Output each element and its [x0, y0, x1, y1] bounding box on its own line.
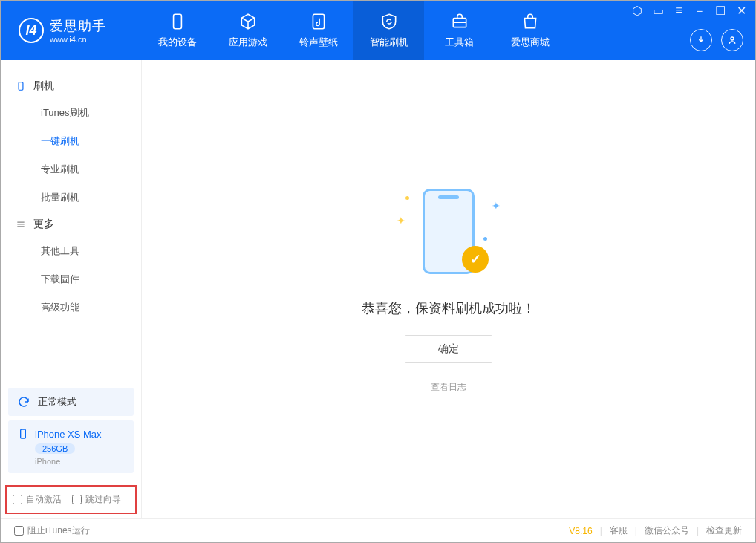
- app-title: 爱思助手: [50, 17, 106, 35]
- sidebar-item-batch-flash[interactable]: 批量刷机: [1, 183, 141, 212]
- device-type-label: iPhone: [35, 457, 125, 466]
- window-controls: ⬡ ▭ ≡ － ☐ ✕: [630, 4, 748, 19]
- checkbox-label: 自动激活: [26, 493, 62, 506]
- sidebar-item-pro-flash[interactable]: 专业刷机: [1, 155, 141, 183]
- statusbar: 阻止iTunes运行 V8.16 | 客服 | 微信公众号 | 检查更新: [1, 518, 755, 542]
- version-label: V8.16: [569, 526, 592, 536]
- skip-guide-checkbox[interactable]: 跳过向导: [72, 493, 121, 506]
- check-update-link[interactable]: 检查更新: [706, 524, 742, 537]
- svg-rect-1: [313, 14, 324, 29]
- download-button[interactable]: [690, 29, 712, 51]
- auto-activate-input[interactable]: [13, 495, 22, 504]
- device-mode-row[interactable]: 正常模式: [8, 388, 134, 416]
- nav-tabs: 我的设备 应用游戏 铃声壁纸 智能刷机 工具箱 爱思商城: [142, 1, 565, 60]
- checkmark-badge-icon: ✓: [462, 246, 489, 273]
- checkbox-label: 阻止iTunes运行: [27, 524, 90, 537]
- tab-ringtones-wallpapers[interactable]: 铃声壁纸: [283, 1, 353, 60]
- sidebar-item-advanced[interactable]: 高级功能: [1, 293, 141, 322]
- logo-icon: i4: [19, 18, 44, 43]
- device-name-label: iPhone XS Max: [35, 429, 102, 440]
- support-link[interactable]: 客服: [610, 524, 628, 537]
- device-row[interactable]: iPhone XS Max 256GB iPhone: [8, 420, 134, 473]
- svg-point-3: [731, 37, 734, 40]
- device-panel: 正常模式 iPhone XS Max 256GB iPhone: [1, 380, 141, 481]
- block-itunes-checkbox[interactable]: 阻止iTunes运行: [14, 524, 90, 537]
- tab-label: 应用游戏: [229, 36, 267, 49]
- tab-label: 智能刷机: [370, 36, 408, 49]
- sidebar-item-download-firmware[interactable]: 下载固件: [1, 265, 141, 293]
- ok-button[interactable]: 确定: [405, 335, 492, 363]
- cube-icon: [238, 12, 258, 31]
- phone-outline-icon: [16, 81, 26, 91]
- minimize-button[interactable]: －: [693, 4, 706, 19]
- view-log-link[interactable]: 查看日志: [431, 381, 466, 394]
- titlebar: i4 爱思助手 www.i4.cn 我的设备 应用游戏 铃声壁纸 智能刷机 工具…: [1, 1, 755, 60]
- tab-store[interactable]: 爱思商城: [495, 1, 565, 60]
- main-content: ✦ ✓ ✦ 恭喜您，保资料刷机成功啦！ 确定 查看日志: [142, 60, 755, 518]
- group-title: 刷机: [33, 79, 54, 93]
- tab-label: 我的设备: [158, 36, 197, 49]
- tab-smart-flash[interactable]: 智能刷机: [353, 1, 424, 60]
- svg-rect-4: [19, 82, 23, 91]
- tab-label: 爱思商城: [511, 36, 550, 49]
- sidebar-group-flash[interactable]: 刷机: [1, 74, 141, 99]
- auto-activate-checkbox[interactable]: 自动激活: [13, 493, 62, 506]
- tab-apps-games[interactable]: 应用游戏: [212, 1, 283, 60]
- svg-rect-5: [21, 429, 26, 438]
- success-message: 恭喜您，保资料刷机成功啦！: [362, 299, 535, 317]
- shirt-icon[interactable]: ⬡: [630, 4, 644, 19]
- tab-toolbox[interactable]: 工具箱: [424, 1, 495, 60]
- sidebar: 刷机 iTunes刷机 一键刷机 专业刷机 批量刷机 更多 其他工具 下载固件 …: [1, 60, 142, 518]
- app-subtitle: www.i4.cn: [50, 35, 106, 44]
- options-highlight-box: 自动激活 跳过向导: [5, 485, 137, 514]
- sync-icon: [17, 395, 30, 409]
- sidebar-item-itunes-flash[interactable]: iTunes刷机: [1, 99, 141, 127]
- list-icon: [16, 219, 26, 230]
- group-title: 更多: [33, 218, 54, 231]
- phone-icon: [168, 12, 187, 31]
- storage-badge: 256GB: [35, 443, 75, 454]
- menu-icon[interactable]: ≡: [672, 4, 685, 19]
- sidebar-group-more[interactable]: 更多: [1, 212, 141, 237]
- svg-rect-0: [173, 14, 181, 29]
- skip-guide-input[interactable]: [72, 495, 82, 504]
- tab-label: 工具箱: [445, 36, 474, 49]
- success-illustration: ✦ ✓ ✦: [389, 185, 508, 282]
- tab-label: 铃声壁纸: [299, 36, 338, 49]
- device-icon: [17, 428, 29, 440]
- user-button[interactable]: [721, 29, 743, 51]
- shopping-bag-icon: [521, 12, 540, 31]
- app-logo: i4 爱思助手 www.i4.cn: [1, 17, 142, 44]
- toolbox-icon: [450, 12, 469, 31]
- checkbox-label: 跳过向导: [85, 493, 121, 506]
- device-mode-label: 正常模式: [38, 395, 76, 409]
- close-button[interactable]: ✕: [734, 4, 748, 19]
- sidebar-item-other-tools[interactable]: 其他工具: [1, 237, 141, 265]
- block-itunes-input[interactable]: [14, 526, 24, 536]
- wechat-link[interactable]: 微信公众号: [645, 524, 689, 537]
- music-file-icon: [309, 12, 328, 31]
- header-actions: [690, 29, 743, 51]
- maximize-button[interactable]: ☐: [714, 4, 727, 19]
- shield-refresh-icon: [379, 12, 399, 31]
- tab-my-device[interactable]: 我的设备: [142, 1, 212, 60]
- note-icon[interactable]: ▭: [651, 4, 665, 19]
- sidebar-item-oneclick-flash[interactable]: 一键刷机: [1, 127, 141, 155]
